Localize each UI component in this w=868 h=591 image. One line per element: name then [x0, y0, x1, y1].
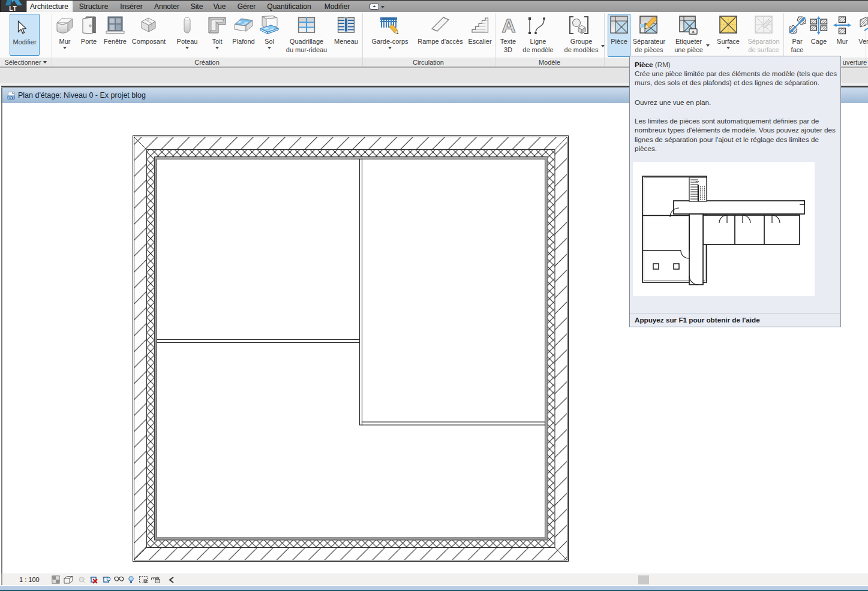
svg-text:A: A: [501, 16, 515, 36]
svg-text:RVT: RVT: [8, 95, 14, 99]
